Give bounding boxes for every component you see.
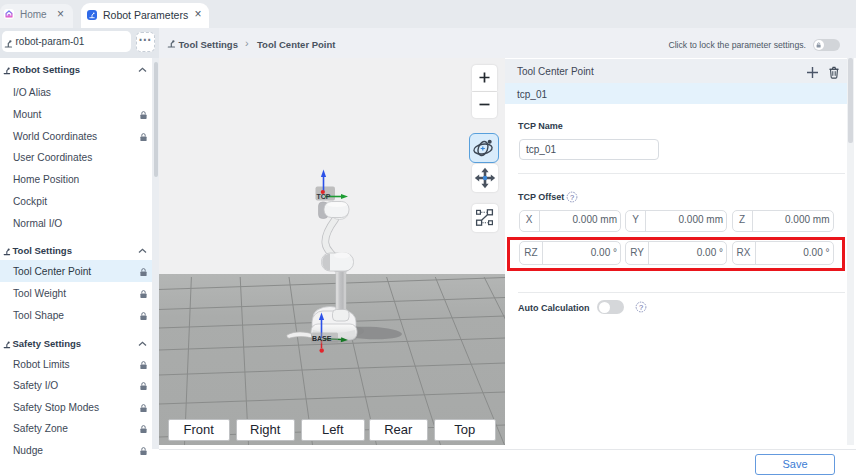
svg-text:TCP: TCP xyxy=(317,193,331,200)
svg-text:?: ? xyxy=(570,192,574,201)
svg-text:?: ? xyxy=(639,303,643,312)
svg-text:BASE: BASE xyxy=(312,335,332,342)
